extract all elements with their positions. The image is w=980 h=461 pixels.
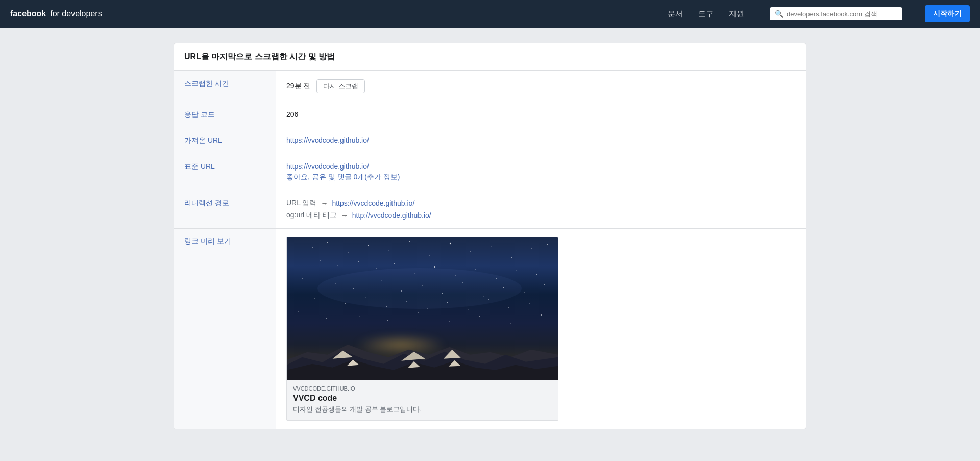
- canonical-url-value: https://vvcdcode.github.io/ 좋아요, 공유 및 댓글…: [276, 154, 806, 190]
- redirect-line-1: URL 입력 → https://vvcdcode.github.io/: [286, 199, 796, 208]
- info-table: 스크랩한 시간 29분 전 다시 스크랩 응답 코드 206 가져온 URL: [174, 71, 806, 429]
- redirect-target-link-2[interactable]: http://vvcdcode.github.io/: [352, 211, 431, 220]
- svg-point-23: [516, 270, 517, 271]
- svg-point-57: [541, 314, 542, 316]
- card-title: URL을 마지막으로 스크랩한 시간 및 방법: [174, 43, 806, 71]
- svg-point-1: [327, 242, 328, 243]
- svg-point-37: [314, 298, 315, 299]
- svg-point-56: [510, 323, 510, 323]
- scrape-time-row: 스크랩한 시간 29분 전 다시 스크랩: [174, 71, 806, 102]
- mountain-silhouette: [287, 329, 558, 380]
- search-bar[interactable]: 🔍: [770, 7, 902, 20]
- svg-point-2: [348, 252, 348, 253]
- redirect-path-value: URL 입력 → https://vvcdcode.github.io/ og:…: [276, 190, 806, 228]
- svg-point-21: [475, 269, 476, 269]
- logo-facebook-text: facebook: [10, 9, 46, 18]
- search-icon: 🔍: [775, 10, 783, 18]
- main-nav: 문서 도구 지원 🔍 시작하기: [668, 5, 970, 22]
- svg-point-51: [359, 316, 359, 317]
- svg-point-54: [449, 321, 449, 322]
- preview-title-text: VVCD code: [293, 394, 552, 403]
- svg-point-14: [337, 265, 338, 265]
- preview-domain-text: VVCDCODE.GITHUB.IO: [293, 385, 552, 392]
- preview-description-text: 디자인 전공생들의 개발 공부 블로그입니다.: [293, 405, 552, 414]
- svg-point-0: [312, 247, 313, 248]
- redirect-target-link-1[interactable]: https://vvcdcode.github.io/: [332, 199, 414, 207]
- preview-image: [287, 237, 558, 380]
- svg-point-7: [450, 243, 451, 244]
- svg-point-55: [479, 316, 480, 317]
- redirect-line-2: og:url 메타 태그 → http://vvcdcode.github.io…: [286, 211, 796, 220]
- redirect-source-1: URL 입력: [286, 199, 316, 208]
- preview-meta: VVCDCODE.GITHUB.IO VVCD code 디자인 전공생들의 개…: [287, 380, 558, 420]
- response-code-value: 206: [276, 102, 806, 128]
- page-wrapper: URL을 마지막으로 스크랩한 시간 및 방법 스크랩한 시간 29분 전 다시…: [0, 0, 980, 461]
- search-input[interactable]: [787, 10, 897, 18]
- redirect-path-label: 리디렉션 경로: [174, 190, 276, 228]
- svg-point-53: [418, 312, 419, 313]
- start-button[interactable]: 시작하기: [925, 5, 970, 22]
- svg-point-4: [388, 250, 389, 250]
- rescrape-button[interactable]: 다시 스크랩: [316, 79, 365, 93]
- svg-point-47: [529, 303, 529, 304]
- svg-point-48: [317, 268, 522, 309]
- svg-point-35: [524, 292, 524, 293]
- canonical-url-label: 표준 URL: [174, 154, 276, 190]
- redirect-arrow-2: →: [341, 211, 348, 220]
- nav-tools[interactable]: 도구: [698, 9, 714, 19]
- fetched-url-row: 가져온 URL https://vvcdcode.github.io/: [174, 128, 806, 154]
- svg-point-46: [508, 307, 509, 308]
- svg-point-36: [544, 284, 545, 285]
- link-preview-card[interactable]: VVCDCODE.GITHUB.IO VVCD code 디자인 전공생들의 개…: [286, 237, 558, 421]
- response-code-label: 응답 코드: [174, 102, 276, 128]
- svg-point-49: [298, 311, 298, 311]
- svg-point-19: [434, 266, 435, 268]
- scrape-time-text: 29분 전: [286, 82, 310, 91]
- svg-point-24: [536, 274, 537, 275]
- top-navigation: facebook for developers 문서 도구 지원 🔍 시작하기: [0, 0, 980, 28]
- canonical-url-link[interactable]: https://vvcdcode.github.io/: [286, 162, 369, 171]
- svg-point-50: [326, 318, 327, 319]
- fetched-url-label: 가져온 URL: [174, 128, 276, 154]
- svg-point-5: [409, 241, 410, 242]
- canonical-url-row: 표준 URL https://vvcdcode.github.io/ 좋아요, …: [174, 154, 806, 190]
- scrape-time-value: 29분 전 다시 스크랩: [276, 71, 806, 102]
- svg-point-17: [394, 263, 395, 264]
- svg-point-12: [547, 244, 548, 245]
- link-preview-row: 링크 미리 보기: [174, 229, 806, 429]
- redirect-arrow-1: →: [321, 199, 328, 207]
- nav-support[interactable]: 지원: [729, 9, 744, 19]
- scrape-time-label: 스크랩한 시간: [174, 71, 276, 102]
- svg-point-15: [358, 261, 359, 262]
- logo-fordevelopers-text: for developers: [50, 9, 102, 18]
- redirect-path-row: 리디렉션 경로 URL 입력 → https://vvcdcode.github…: [174, 190, 806, 229]
- svg-point-52: [387, 320, 388, 321]
- link-preview-value: VVCDCODE.GITHUB.IO VVCD code 디자인 전공생들의 개…: [276, 229, 806, 429]
- nav-docs[interactable]: 문서: [668, 9, 683, 19]
- fetched-url-value: https://vvcdcode.github.io/: [276, 128, 806, 154]
- content-area: URL을 마지막으로 스크랩한 시간 및 방법 스크랩한 시간 29분 전 다시…: [163, 28, 817, 445]
- svg-point-13: [320, 260, 321, 261]
- svg-point-8: [470, 251, 471, 252]
- svg-point-16: [376, 268, 376, 268]
- scrape-info-card: URL을 마지막으로 스크랩한 시간 및 방법 스크랩한 시간 29분 전 다시…: [174, 43, 806, 429]
- svg-point-25: [302, 278, 303, 279]
- svg-point-9: [491, 246, 491, 247]
- fetched-url-link[interactable]: https://vvcdcode.github.io/: [286, 136, 369, 144]
- svg-point-6: [429, 255, 430, 255]
- svg-point-44: [468, 309, 468, 310]
- svg-point-3: [368, 245, 369, 246]
- site-logo[interactable]: facebook for developers: [10, 9, 102, 18]
- redirect-source-2: og:url 메타 태그: [286, 211, 337, 220]
- svg-point-11: [531, 248, 532, 249]
- response-code-row: 응답 코드 206: [174, 102, 806, 128]
- svg-point-38: [345, 303, 346, 304]
- link-preview-label: 링크 미리 보기: [174, 229, 276, 429]
- canonical-url-extra-link[interactable]: 좋아요, 공유 및 댓글 0개(추가 정보): [286, 173, 400, 181]
- svg-point-10: [511, 257, 512, 258]
